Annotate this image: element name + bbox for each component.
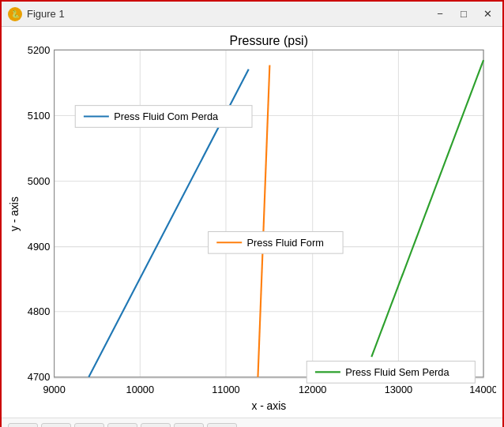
x-tick: 12000 [299,384,327,395]
legend-label-1: Press Fluid Com Perda [114,110,219,122]
home-button[interactable] [8,423,38,427]
main-window: 🐍 Figure 1 − □ ✕ Pressure (psi) y - axis… [0,0,504,427]
chart-title: Pressure (psi) [230,34,308,47]
x-tick: 13000 [385,384,412,395]
app-icon: 🐍 [8,7,22,21]
chart-svg: Pressure (psi) y - axis x - axis 5200 51… [8,33,496,411]
x-axis-label: x - axis [251,399,286,411]
y-tick: 5200 [28,44,50,56]
x-tick: 11000 [212,384,240,395]
y-tick: 5000 [28,175,50,187]
legend-label-2: Press Fluid Form [247,237,324,249]
window-controls: − □ ✕ [431,6,496,23]
y-tick: 5100 [28,110,50,122]
close-button[interactable]: ✕ [479,6,496,23]
settings-button[interactable] [174,423,204,427]
toolbar [2,418,502,427]
y-tick: 4800 [28,305,50,317]
titlebar: 🐍 Figure 1 − □ ✕ [2,2,502,27]
zoom-button[interactable] [141,423,171,427]
x-tick: 14000 [469,384,496,395]
y-tick: 4700 [28,371,50,383]
back-button[interactable] [41,423,71,427]
pan-button[interactable] [107,423,137,427]
forward-button[interactable] [74,423,104,427]
window-title: Figure 1 [27,8,431,20]
y-tick: 4900 [28,241,50,253]
chart-area: Pressure (psi) y - axis x - axis 5200 51… [2,27,502,418]
x-tick: 10000 [126,384,155,395]
save-button[interactable] [207,423,237,427]
legend-label-3: Press Fluid Sem Perda [345,366,449,378]
minimize-button[interactable]: − [431,6,449,23]
maximize-button[interactable]: □ [455,6,472,23]
x-tick: 9000 [43,384,65,395]
y-axis-label: y - axis [8,197,21,231]
